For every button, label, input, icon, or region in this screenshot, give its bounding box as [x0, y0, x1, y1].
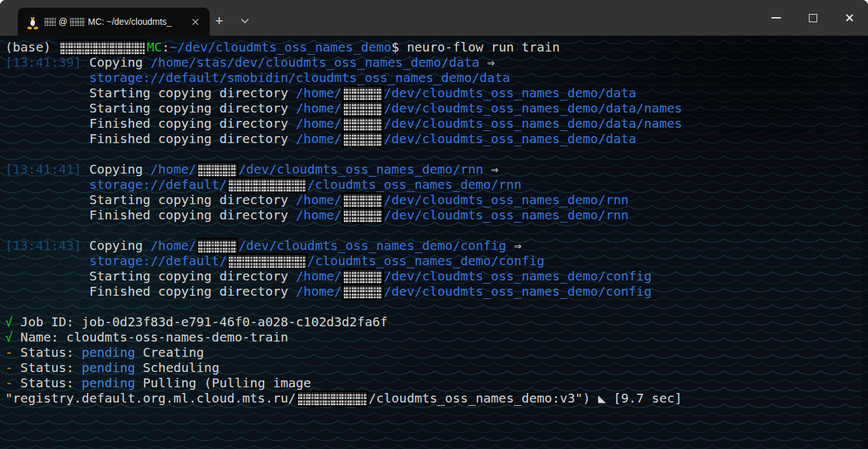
terminal-line: [13:41:39] Copying /home/stas/dev/cloudm… [5, 55, 860, 70]
censored-text [229, 255, 305, 268]
terminal-text: Finished copying directory [5, 284, 296, 299]
terminal-text: /dev/cloudmts_oss_names_demo/data/names [384, 116, 682, 131]
close-icon: ✕ [844, 12, 855, 24]
censored-text [344, 209, 382, 222]
terminal-text: √ [5, 314, 13, 329]
terminal-text [5, 253, 89, 268]
terminal-text: [13:41:41] [5, 162, 81, 177]
scrollbar[interactable] [862, 36, 868, 449]
terminal-text: ⇒ [480, 55, 495, 70]
terminal-text: /cloudmts_oss_names_demo:v3") ◣ [9.7 sec… [369, 390, 682, 406]
censored-text [198, 163, 236, 176]
censored-text [60, 41, 144, 54]
terminal-screen: (base) MC:~/dev/cloudmts_oss_names_demo$… [5, 39, 860, 449]
terminal-text: "registry.default.org.ml.cloud.mts.ru/ [5, 390, 296, 406]
terminal-line: Starting copying directory /home//dev/cl… [5, 192, 860, 207]
terminal-line: √ Name: cloudmts-oss-names-demo-train [5, 329, 860, 345]
terminal-text: Status: [13, 360, 81, 375]
terminal-text: /home/ [296, 268, 342, 284]
terminal-line: Finished copying directory /home//dev/cl… [5, 131, 860, 146]
terminal-text: Starting copying directory [5, 100, 296, 116]
censored-text [344, 102, 382, 115]
terminal-text: /dev/cloudmts_oss_names_demo/data [384, 85, 636, 100]
terminal-text: /home/ [296, 284, 342, 299]
tab-close-icon[interactable] [188, 15, 202, 29]
terminal-text: /home/ [296, 85, 342, 100]
terminal-text: Starting copying directory [5, 192, 296, 207]
terminal-line: √ Job ID: job-0d23f83d-e791-46f0-a028-c1… [5, 314, 860, 329]
terminal-text: /home/ [151, 162, 196, 177]
maximize-button[interactable] [794, 0, 831, 36]
terminal-line [5, 299, 860, 314]
terminal-line: Finished copying directory /home//dev/cl… [5, 207, 860, 223]
terminal-text: /home/ [296, 192, 342, 207]
terminal-text: /cloudmts_oss_names_demo/rnn [308, 177, 522, 192]
terminal-text: ⇒ [484, 162, 499, 177]
terminal-text: - [5, 345, 13, 360]
terminal-text: /dev/cloudmts_oss_names_demo/rnn [384, 207, 628, 223]
terminal-line: "registry.default.org.ml.cloud.mts.ru//c… [5, 390, 860, 406]
terminal-text: Status: [13, 375, 81, 390]
terminal-line: Finished copying directory /home//dev/cl… [5, 284, 860, 299]
censored-text [298, 392, 367, 405]
terminal-line: storage://default//cloudmts_oss_names_de… [5, 177, 860, 192]
close-button[interactable]: ✕ [831, 0, 868, 36]
terminal-line [5, 146, 860, 162]
terminal-viewport[interactable]: (base) MC:~/dev/cloudmts_oss_names_demo$… [0, 36, 868, 449]
tab-dropdown-button[interactable] [234, 10, 255, 32]
terminal-text: [13:41:43] [5, 238, 81, 253]
tab-title: @ MC: ~/dev/cloudmts_ [44, 17, 182, 27]
terminal-text: /home/ [296, 207, 342, 223]
tab-title-text: MC: ~/dev/cloudmts_ [88, 17, 172, 27]
censored-text [344, 270, 382, 283]
censored-text [344, 133, 382, 146]
terminal-text: storage://default/smobidin/cloudmts_oss_… [89, 70, 510, 85]
terminal-text: Finished copying directory [5, 131, 296, 146]
terminal-text: /dev/cloudmts_oss_names_demo/data [384, 131, 636, 146]
terminal-text: Name: cloudmts-oss-names-demo-train [13, 329, 288, 345]
terminal-text: Creating [135, 345, 204, 360]
terminal-text: Scheduling [135, 360, 219, 375]
terminal-text: : [162, 39, 170, 55]
censored-text [344, 118, 382, 130]
terminal-line: storage://default/smobidin/cloudmts_oss_… [5, 70, 860, 85]
new-tab-button[interactable]: + [208, 10, 230, 32]
censored-text [70, 18, 85, 26]
linux-tux-icon [27, 14, 39, 29]
censored-text [344, 87, 382, 100]
terminal-text: /home/ [296, 131, 342, 146]
minimize-icon [771, 17, 781, 18]
terminal-text: /home/ [151, 238, 196, 253]
minimize-button[interactable] [757, 0, 794, 36]
tab-title-at: @ [58, 17, 67, 27]
terminal-text: MC [147, 39, 162, 55]
terminal-text: /dev/cloudmts_oss_names_demo/config [384, 284, 651, 299]
terminal-text [5, 70, 89, 85]
terminal-text: - [5, 375, 13, 390]
terminal-text: (base) [5, 39, 58, 55]
terminal-text: Status: [13, 345, 81, 360]
terminal-text: Copying [81, 238, 150, 253]
plus-icon: + [215, 13, 224, 29]
title-bar[interactable]: @ MC: ~/dev/cloudmts_ + ✕ [0, 0, 868, 36]
terminal-text: pending [81, 360, 135, 375]
terminal-text: Copying [81, 162, 150, 177]
censored-text [44, 18, 56, 26]
terminal-text: storage://default/ [89, 177, 227, 192]
terminal-line: - Status: pending Scheduling [5, 360, 860, 375]
terminal-text: /dev/cloudmts_oss_names_demo/config [384, 268, 651, 284]
chevron-down-icon [241, 18, 249, 24]
window-controls: ✕ [757, 0, 868, 36]
terminal-line: (base) MC:~/dev/cloudmts_oss_names_demo$… [5, 39, 860, 55]
terminal-text: ~/dev/cloudmts_oss_names_demo [170, 39, 391, 55]
censored-text [344, 286, 382, 298]
censored-text [229, 179, 305, 191]
censored-text [198, 240, 236, 252]
terminal-text: Copying [81, 55, 150, 70]
tab-wsl-session[interactable]: @ MC: ~/dev/cloudmts_ [18, 8, 210, 36]
terminal-text: /home/ [296, 100, 342, 116]
terminal-text: storage://default/ [89, 253, 227, 268]
terminal-text: Job ID: job-0d23f83d-e791-46f0-a028-c102… [13, 314, 388, 329]
terminal-line: Starting copying directory /home//dev/cl… [5, 100, 860, 116]
terminal-text: /dev/cloudmts_oss_names_demo/config [238, 238, 506, 253]
